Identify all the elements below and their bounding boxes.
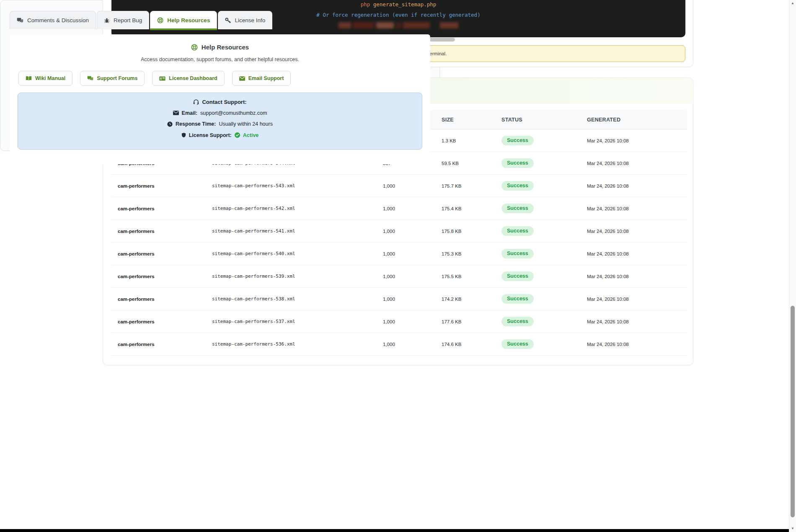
contact-license-line: License Support: Active: [18, 130, 422, 141]
button-label: Support Forums: [97, 75, 137, 81]
panel-title: Help Resources: [202, 44, 249, 51]
life-ring-icon: [157, 17, 163, 23]
cell-type: cam-performers: [111, 251, 206, 256]
table-row: cam-performers sitemap-cam-performers-54…: [111, 220, 687, 243]
table-row: cam-performers sitemap-cam-performers-54…: [111, 197, 687, 220]
comments-icon: [17, 18, 23, 23]
table-row: cam-performers sitemap-cam-performers-53…: [111, 288, 687, 310]
id-card-icon: [159, 76, 165, 81]
code-command-line: php generate_sitemap.php: [111, 0, 685, 10]
tab-label: Comments & Discussion: [27, 17, 89, 23]
life-ring-icon: [191, 44, 198, 51]
cell-status: Success: [495, 226, 581, 236]
code-argument-text: generate_sitemap.php: [373, 1, 437, 8]
shield-icon: [181, 132, 186, 138]
cell-urls: 1,000: [377, 206, 435, 211]
status-badge: Success: [501, 158, 534, 168]
comments-icon: [87, 76, 93, 81]
cell-urls: 1,000: [377, 319, 435, 324]
scroll-down-arrow[interactable]: ▼: [789, 526, 796, 531]
cell-size: 1.3 KB: [435, 138, 495, 143]
tab-label: Report Bug: [114, 17, 142, 23]
cell-filename: sitemap-cam-performers-536.xml: [206, 341, 377, 347]
check-circle-icon: [235, 132, 240, 138]
button-label: Email Support: [248, 75, 284, 81]
cell-type: cam-performers: [111, 274, 206, 279]
bug-icon: [104, 18, 110, 23]
cell-urls: 1,000: [377, 342, 435, 347]
cell-type: cam-performers: [111, 319, 206, 324]
column-header-size: SIZE: [435, 117, 495, 123]
cell-size: 175.7 KB: [435, 183, 495, 189]
panel-subtitle: Access documentation, support forums, an…: [10, 57, 430, 62]
status-badge: Success: [501, 181, 534, 191]
status-badge: Success: [501, 271, 534, 281]
vertical-scrollbar-thumb[interactable]: [791, 306, 795, 517]
wiki-manual-button[interactable]: Wiki Manual: [18, 71, 72, 86]
status-badge: Success: [501, 317, 534, 326]
help-resources-panel: Help Resources Access documentation, sup…: [10, 34, 430, 164]
cell-filename: sitemap-cam-performers-538.xml: [206, 296, 377, 302]
contact-response-line: Response Time: Usually within 24 hours: [18, 119, 422, 130]
cell-status: Success: [495, 136, 581, 145]
cell-status: Success: [495, 339, 581, 349]
cell-size: 59.5 KB: [435, 161, 495, 166]
cell-type: cam-performers: [111, 206, 206, 211]
status-badge: Success: [501, 204, 534, 213]
tab-report-bug[interactable]: Report Bug: [97, 11, 149, 29]
cell-status: Success: [495, 317, 581, 326]
cell-type: cam-performers: [111, 297, 206, 302]
tab-comments-discussion[interactable]: Comments & Discussion: [10, 11, 96, 29]
cell-status: Success: [495, 294, 581, 304]
cell-filename: sitemap-cam-performers-539.xml: [206, 274, 377, 279]
status-badge: Success: [501, 136, 534, 145]
cell-urls: 1,000: [377, 251, 435, 256]
tab-help-resources[interactable]: Help Resources: [150, 11, 217, 29]
cell-size: 175.5 KB: [435, 274, 495, 279]
vertical-scrollbar[interactable]: ▲ ▼: [789, 0, 796, 532]
cell-filename: sitemap-cam-performers-537.xml: [206, 319, 377, 324]
envelope-icon: [239, 76, 245, 81]
tab-label: Help Resources: [167, 17, 210, 23]
support-forums-button[interactable]: Support Forums: [80, 71, 145, 86]
email-support-button[interactable]: Email Support: [232, 71, 291, 86]
code-keyword: php: [361, 1, 370, 8]
cell-size: 175.8 KB: [435, 229, 495, 234]
scroll-up-arrow[interactable]: ▲: [789, 1, 796, 6]
contact-support-box: Contact Support: Email: support@comusthu…: [18, 93, 422, 150]
cell-type: cam-performers: [111, 229, 206, 234]
cell-type: cam-performers: [111, 183, 206, 189]
status-badge: Success: [501, 226, 534, 236]
contact-heading: Contact Support:: [202, 99, 246, 105]
cell-filename: sitemap-cam-performers-541.xml: [206, 228, 377, 234]
button-label: Wiki Manual: [35, 75, 65, 81]
cell-urls: 1,000: [377, 183, 435, 189]
cell-type: cam-performers: [111, 342, 206, 347]
license-dashboard-button[interactable]: License Dashboard: [152, 71, 224, 86]
cell-generated: Mar 24, 2026 10:08: [581, 297, 687, 302]
panel-title-row: Help Resources: [10, 34, 430, 51]
email-label: Email:: [182, 110, 198, 116]
cell-generated: Mar 24, 2026 10:08: [581, 183, 687, 189]
table-row: cam-performers sitemap-cam-performers-54…: [111, 175, 687, 197]
tab-label: License Info: [235, 17, 265, 23]
cell-size: 175.3 KB: [435, 251, 495, 256]
license-status: Active: [243, 132, 259, 138]
email-value: support@comusthumbz.com: [200, 110, 267, 116]
bottom-edge-bar: [0, 529, 789, 532]
contact-email-line: Email: support@comusthumbz.com: [18, 108, 422, 119]
tab-license-info[interactable]: License Info: [218, 11, 272, 29]
cell-status: Success: [495, 204, 581, 213]
button-label: License Dashboard: [169, 75, 217, 81]
cell-generated: Mar 24, 2026 10:08: [581, 206, 687, 211]
table-row: cam-performers sitemap-cam-performers-53…: [111, 333, 687, 356]
cell-generated: Mar 24, 2026 10:08: [581, 342, 687, 347]
cell-urls: 1,000: [377, 297, 435, 302]
cell-urls: 1,000: [377, 229, 435, 234]
status-badge: Success: [501, 249, 534, 258]
table-row: cam-performers sitemap-cam-performers-53…: [111, 265, 687, 288]
status-badge: Success: [501, 339, 534, 349]
book-icon: [26, 76, 32, 81]
cell-generated: Mar 24, 2026 10:08: [581, 161, 687, 166]
contact-heading-line: Contact Support:: [18, 96, 422, 108]
